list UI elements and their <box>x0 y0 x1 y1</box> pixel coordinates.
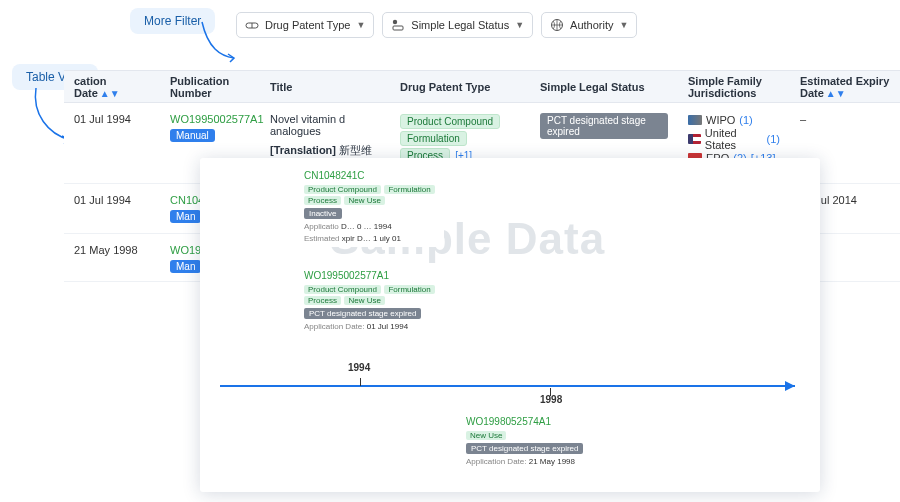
badge-manual: Man <box>170 210 201 223</box>
type-tag: Formulation <box>400 131 467 146</box>
col-drug-patent-type[interactable]: Drug Patent Type <box>390 75 530 99</box>
chevron-down-icon: ▼ <box>620 20 629 30</box>
table-header: cation Date▲▼ Publication Number Title D… <box>64 71 900 103</box>
timeline-panel: Sample Data CN1048241C Product Compound … <box>200 158 820 492</box>
cell-expiry: – <box>790 107 900 131</box>
filter-simple-legal-status[interactable]: Simple Legal Status ▼ <box>382 12 533 38</box>
arrow-to-filter <box>200 18 240 66</box>
timeline-tick-label: 1998 <box>540 394 562 405</box>
filter-label: Authority <box>570 19 613 31</box>
badge-manual: Man <box>170 260 201 273</box>
type-tag: Product Compound <box>400 114 500 129</box>
col-publication-date[interactable]: cation Date▲▼ <box>64 69 160 105</box>
status-tag: PCT designated stage expired <box>466 443 583 454</box>
timeline-pubnum[interactable]: WO1995002577A1 <box>304 270 452 281</box>
svg-point-2 <box>393 20 397 24</box>
filter-bar: Drug Patent Type ▼ Simple Legal Status ▼… <box>236 12 637 38</box>
cell-pubdate: 01 Jul 1994 <box>64 188 160 212</box>
col-simple-legal-status[interactable]: Simple Legal Status <box>530 75 678 99</box>
status-tag: Inactive <box>304 208 342 219</box>
col-publication-number[interactable]: Publication Number <box>160 69 260 105</box>
cell-pubnum: WO1995002577A1 Manual <box>160 107 260 148</box>
timeline-tick-label: 1994 <box>348 362 370 373</box>
type-tag: Process <box>304 296 341 305</box>
sort-icon: ▲▼ <box>826 88 846 99</box>
cell-pubdate: 21 May 1998 <box>64 238 160 262</box>
status-tag: PCT designated stage expired <box>540 113 668 139</box>
type-tag: New Use <box>344 296 384 305</box>
us-flag-icon <box>688 134 701 144</box>
chevron-down-icon: ▼ <box>515 20 524 30</box>
cell-pubdate: 01 Jul 1994 <box>64 107 160 131</box>
timeline-card[interactable]: CN1048241C Product Compound Formulation … <box>298 166 444 247</box>
timeline-pubnum[interactable]: CN1048241C <box>304 170 438 181</box>
type-tag: Formulation <box>384 185 434 194</box>
col-jurisdictions[interactable]: Simple Family Jurisdictions <box>678 69 790 105</box>
sort-icon: ▲▼ <box>100 88 120 99</box>
svg-marker-6 <box>785 381 795 391</box>
timeline-tick <box>360 378 361 386</box>
chevron-down-icon: ▼ <box>356 20 365 30</box>
filter-label: Simple Legal Status <box>411 19 509 31</box>
type-tag: Formulation <box>384 285 434 294</box>
col-expiry[interactable]: Estimated Expiry Date▲▼ <box>790 69 900 105</box>
cell-status: PCT designated stage expired <box>530 107 678 145</box>
badge-manual: Manual <box>170 129 215 142</box>
timeline-card[interactable]: WO1998052574A1 New Use PCT designated st… <box>460 412 620 470</box>
filter-label: Drug Patent Type <box>265 19 350 31</box>
type-tag: Product Compound <box>304 285 381 294</box>
col-title[interactable]: Title <box>260 75 390 99</box>
type-tag: Process <box>304 196 341 205</box>
timeline-pubnum[interactable]: WO1998052574A1 <box>466 416 614 427</box>
status-icon <box>391 18 405 32</box>
type-tag: New Use <box>344 196 384 205</box>
pill-icon <box>245 18 259 32</box>
wipo-flag-icon <box>688 115 702 125</box>
status-tag: PCT designated stage expired <box>304 308 421 319</box>
pubnum-link[interactable]: WO1995002577A1 <box>170 113 264 125</box>
timeline-card[interactable]: WO1995002577A1 Product Compound Formulat… <box>298 266 458 335</box>
filter-drug-patent-type[interactable]: Drug Patent Type ▼ <box>236 12 374 38</box>
type-tag: Product Compound <box>304 185 381 194</box>
type-tag: New Use <box>466 431 506 440</box>
pubnum-link[interactable]: WO19 <box>170 244 201 256</box>
globe-icon <box>550 18 564 32</box>
svg-rect-3 <box>393 26 403 30</box>
filter-authority[interactable]: Authority ▼ <box>541 12 637 38</box>
